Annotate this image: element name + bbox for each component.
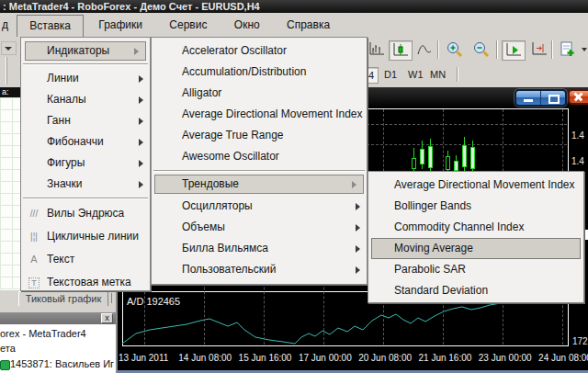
menu-item-accumulation-distribution[interactable]: Accumulation/Distribution	[152, 62, 367, 83]
menu-separator	[23, 198, 148, 199]
zoom-in-icon	[446, 41, 464, 58]
add-indicator-button[interactable]	[557, 40, 579, 59]
price-axis-label: 1.4	[571, 156, 584, 166]
menu-item-gann[interactable]: Ганн	[21, 110, 150, 131]
submenu-arrow-icon	[139, 181, 143, 188]
navigator-panel: orex - MetaTrader4 ета 1453871: Васильев…	[0, 324, 116, 373]
menu-item-tools[interactable]: Сервис	[157, 15, 219, 35]
menu-item-awesome-oscillator[interactable]: Awesome Oscillator	[152, 146, 367, 167]
menu-item-fibonacci[interactable]: Фибоначчи	[21, 131, 150, 153]
menu-item-help[interactable]: Справка	[275, 15, 342, 35]
submenu-arrow-icon	[139, 160, 143, 167]
minimize-icon	[524, 99, 533, 102]
auto-scroll-button[interactable]	[502, 40, 526, 61]
menu-item-insert[interactable]: Вставка	[17, 15, 84, 38]
toolbar-separator	[437, 40, 439, 59]
window-title: : MetaTrader4 - RoboForex - Демо Счет - …	[3, 1, 260, 12]
navigator-header[interactable]: x	[0, 312, 116, 324]
menu-item-average-true-range[interactable]: Average True Range	[152, 125, 367, 146]
menu-item-accelerator-oscillator[interactable]: Accelerator Oscillator	[152, 40, 367, 62]
time-axis-label: 23 Jun 00:00	[479, 353, 532, 363]
account-icon	[0, 360, 10, 370]
zoom-out-button[interactable]	[470, 40, 492, 59]
period-mn-button[interactable]: MN	[426, 67, 449, 82]
menu-item-bollinger-bands[interactable]: Bollinger Bands	[368, 196, 583, 217]
tab-divider	[111, 293, 112, 303]
chart-shift-button[interactable]	[528, 40, 550, 59]
menu-item-commodity-channel-index[interactable]: Commodity Channel Index	[368, 217, 583, 238]
navigator-root-item[interactable]: orex - MetaTrader4	[0, 328, 86, 339]
candle-body	[428, 146, 433, 168]
time-axis-label: 24 Jun 08:00	[538, 353, 588, 363]
bar-chart-button[interactable]	[366, 40, 388, 59]
line-chart-button[interactable]	[413, 40, 435, 59]
submenu-arrow-icon	[356, 203, 360, 210]
menu-item-channels[interactable]: Каналы	[21, 89, 150, 110]
period-w1-button[interactable]: W1	[404, 67, 427, 82]
menu-item-parabolic-sar[interactable]: Parabolic SAR	[368, 259, 583, 280]
menu-item-window[interactable]: Окно	[222, 15, 272, 35]
toolbar-grip[interactable]	[6, 57, 7, 85]
close-button[interactable]	[568, 89, 588, 105]
toolbar-separator	[551, 40, 553, 59]
menu-item-arrows[interactable]: Значки	[21, 174, 150, 195]
text-label-icon: T	[26, 271, 42, 295]
navigator-account-item[interactable]: 1453871: Васильев Иг	[10, 358, 114, 369]
toolbar-separator	[496, 40, 498, 59]
menu-item-custom[interactable]: Пользовательский	[152, 259, 367, 280]
price-axis-label: 1.4	[571, 130, 584, 141]
submenu-arrow-icon	[139, 96, 143, 104]
menu-separator	[23, 63, 148, 65]
submenu-arrow-icon	[134, 48, 139, 55]
submenu-arrow-icon	[356, 245, 360, 253]
auto-scroll-icon	[505, 42, 522, 57]
chart-shift-icon	[531, 41, 548, 56]
trend-submenu: Average Directional Movement Index Bolli…	[368, 171, 584, 303]
time-axis-label: 21 Jun 16:00	[419, 353, 472, 363]
menu-item-text-label[interactable]: TТекстовая метка	[21, 271, 150, 294]
menu-item-trend[interactable]: Трендовые	[154, 175, 364, 194]
menu-item-andrews-pitchfork[interactable]: ///Вилы Эндрюса	[21, 202, 150, 225]
line-chart-icon	[416, 41, 433, 56]
menu-item-text[interactable]: AТекст	[21, 248, 150, 271]
candlestick-icon	[392, 42, 409, 57]
submenu-arrow-icon	[356, 266, 360, 274]
menu-item-partial[interactable]: д	[0, 15, 14, 35]
time-axis-label: 20 Jun 08:00	[358, 353, 412, 363]
menu-bar: д Вставка Графики Сервис Окно Справка	[0, 13, 588, 37]
candlestick-chart-button[interactable]	[389, 40, 413, 61]
text-icon: A	[26, 248, 42, 271]
submenu-arrow-icon	[352, 181, 356, 188]
candle-body	[420, 149, 424, 164]
cycle-lines-icon: |¦|	[26, 225, 42, 248]
tick-chart-label: а:	[0, 87, 22, 97]
menu-item-standard-deviation[interactable]: Standard Deviation	[368, 280, 583, 301]
close-panel-button[interactable]: x	[101, 313, 113, 323]
menu-item-admi[interactable]: Average Directional Movement Index	[152, 104, 367, 125]
menu-item-moving-average[interactable]: Moving Average	[371, 238, 581, 259]
menu-item-cycle-lines[interactable]: |¦|Цикличные линии	[21, 225, 150, 248]
menu-item-oscillators[interactable]: Осцилляторы	[152, 196, 367, 217]
menu-item-volumes[interactable]: Объемы	[152, 217, 367, 238]
minimize-button[interactable]	[516, 91, 540, 105]
menu-item-lines[interactable]: Линии	[21, 68, 150, 89]
add-indicator-icon	[559, 41, 577, 58]
menu-item-shapes[interactable]: Фигуры	[21, 153, 150, 174]
restore-button[interactable]	[540, 91, 565, 105]
submenu-arrow-icon	[139, 139, 143, 146]
title-bar: : MetaTrader4 - RoboForex - Демо Счет - …	[0, 0, 588, 13]
menu-item-charts[interactable]: Графики	[86, 15, 154, 35]
restore-icon	[548, 95, 560, 104]
period-d1-button[interactable]: D1	[380, 67, 401, 82]
candle-body	[454, 161, 458, 171]
chevron-down-icon[interactable]	[582, 48, 587, 51]
menu-item-bill-williams[interactable]: Билла Вильямса	[152, 238, 367, 259]
zoom-in-button[interactable]	[444, 40, 466, 59]
menu-item-admi-trend[interactable]: Average Directional Movement Index	[368, 175, 583, 196]
toolbar-overflow-button[interactable]	[1, 41, 17, 55]
menu-item-alligator[interactable]: Alligator	[152, 83, 367, 104]
submenu-arrow-icon	[139, 75, 143, 83]
menu-item-indicators[interactable]: Индикаторы	[25, 41, 146, 61]
navigator-accounts-item[interactable]: ета	[0, 343, 16, 354]
chevron-down-icon	[5, 47, 12, 51]
